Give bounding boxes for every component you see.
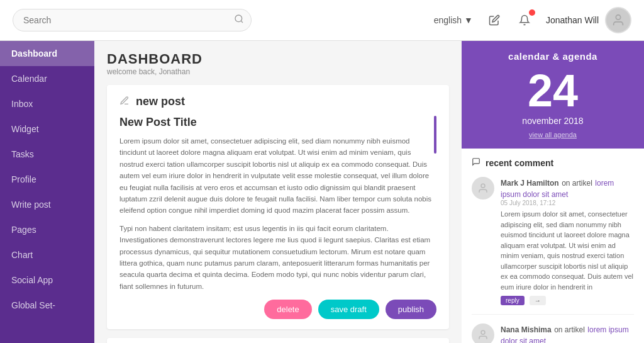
topbar: english ▼ Jonathan Will bbox=[0, 0, 644, 41]
recent-comments: recent comment Mark J Hamilton on artike… bbox=[462, 149, 644, 343]
avatar bbox=[605, 7, 631, 33]
calendar-widget: calendar & agenda 24 november 2018 view … bbox=[462, 41, 644, 149]
topbar-right: english ▼ Jonathan Will bbox=[434, 7, 631, 33]
search-icon bbox=[234, 14, 244, 26]
calendar-day: 24 bbox=[472, 68, 634, 113]
delete-button[interactable]: delete bbox=[264, 300, 311, 319]
post-body-1: Lorem ipsum dolor sit amet, consectetuer… bbox=[119, 135, 436, 216]
view-all-agenda-link[interactable]: view all agenda bbox=[472, 131, 634, 138]
save-draft-button[interactable]: save draft bbox=[318, 300, 379, 319]
svg-point-2 bbox=[616, 15, 620, 20]
new-post-header: new post bbox=[119, 95, 436, 108]
notification-icon-button[interactable] bbox=[516, 11, 533, 29]
comment-reply-button-1[interactable]: reply bbox=[501, 296, 525, 305]
comment-author-name-1: Mark J Hamilton bbox=[501, 179, 559, 188]
sidebar-item-tasks[interactable]: Tasks bbox=[0, 142, 94, 167]
svg-line-1 bbox=[241, 21, 243, 23]
calendar-title: calendar & agenda bbox=[472, 51, 634, 62]
sidebar-item-write-post[interactable]: Write post bbox=[0, 192, 94, 217]
main-layout: Dashboard Calendar Inbox Widget Tasks Pr… bbox=[0, 41, 644, 343]
post-title: New Post Title bbox=[119, 116, 436, 129]
post-content-wrap: New Post Title Lorem ipsum dolor sit ame… bbox=[119, 116, 436, 292]
edit-icon-button[interactable] bbox=[486, 11, 503, 29]
sidebar-item-social-app[interactable]: Social App bbox=[0, 267, 94, 293]
comment-on-text-2: on artikel bbox=[554, 325, 585, 334]
comment-item-2: Nana Mishima on artikel lorem ipsum dolo… bbox=[472, 323, 634, 343]
page-subtitle: welcome back, Jonathan bbox=[107, 67, 449, 76]
middle-panel: DASHBOARD welcome back, Jonathan new pos… bbox=[94, 41, 462, 343]
notification-badge bbox=[529, 9, 535, 16]
comment-item-1: Mark J Hamilton on artikel lorem ipsum d… bbox=[472, 177, 634, 315]
page-title: DASHBOARD bbox=[107, 51, 449, 67]
comment-author-line-1: Mark J Hamilton on artikel lorem ipsum d… bbox=[501, 177, 634, 200]
sidebar-item-widget[interactable]: Widget bbox=[0, 116, 94, 142]
new-post-label: new post bbox=[136, 95, 185, 108]
sidebar-item-calendar[interactable]: Calendar bbox=[0, 66, 94, 91]
publish-button[interactable]: publish bbox=[386, 300, 436, 319]
sidebar-item-pages[interactable]: Pages bbox=[0, 217, 94, 242]
comment-text-1: Lorem ipsum dolor sit amet, consectetuer… bbox=[501, 209, 634, 292]
svg-point-7 bbox=[481, 330, 485, 334]
comment-date-1: 05 July 2018, 17:12 bbox=[501, 200, 634, 206]
comment-author-name-2: Nana Mishima bbox=[501, 325, 552, 334]
comment-body-1: Mark J Hamilton on artikel lorem ipsum d… bbox=[501, 177, 634, 305]
sidebar-item-chart[interactable]: Chart bbox=[0, 242, 94, 267]
post-body-2: Typi non habent claritatem insitam; est … bbox=[119, 223, 436, 292]
calendar-month-year: november 2018 bbox=[472, 116, 634, 126]
user-info[interactable]: Jonathan Will bbox=[546, 7, 631, 33]
search-container bbox=[13, 9, 252, 31]
sidebar-item-profile[interactable]: Profile bbox=[0, 167, 94, 192]
action-buttons: delete save draft publish bbox=[119, 300, 436, 319]
sidebar-item-dashboard[interactable]: Dashboard bbox=[0, 41, 94, 66]
search-input[interactable] bbox=[13, 9, 252, 31]
chevron-down-icon: ▼ bbox=[464, 15, 473, 25]
comment-avatar-1 bbox=[472, 177, 494, 200]
sidebar-item-inbox[interactable]: Inbox bbox=[0, 91, 94, 116]
comment-icon bbox=[472, 157, 480, 168]
comment-on-text-1: on artikel bbox=[562, 179, 592, 188]
svg-point-0 bbox=[235, 15, 242, 22]
edit-pencil-icon bbox=[119, 96, 130, 108]
user-name: Jonathan Will bbox=[546, 15, 599, 25]
recent-comments-title: recent comment bbox=[486, 158, 553, 168]
recent-comments-header: recent comment bbox=[472, 157, 634, 168]
new-post-card: new post New Post Title Lorem ipsum dolo… bbox=[107, 85, 449, 329]
traffic-card: website traffic November bbox=[107, 338, 449, 343]
sidebar-item-global-set[interactable]: Global Set- bbox=[0, 293, 94, 318]
content-area: DASHBOARD welcome back, Jonathan new pos… bbox=[94, 41, 644, 343]
scroll-indicator bbox=[434, 116, 436, 154]
comment-avatar-2 bbox=[472, 323, 494, 343]
comment-arrow-button-1[interactable]: → bbox=[530, 296, 546, 305]
right-panel: calendar & agenda 24 november 2018 view … bbox=[462, 41, 644, 343]
comment-body-2: Nana Mishima on artikel lorem ipsum dolo… bbox=[501, 323, 634, 343]
svg-point-6 bbox=[481, 184, 485, 188]
comment-actions-1: reply → bbox=[501, 296, 634, 305]
sidebar: Dashboard Calendar Inbox Widget Tasks Pr… bbox=[0, 41, 94, 343]
comment-author-line-2: Nana Mishima on artikel lorem ipsum dolo… bbox=[501, 323, 634, 343]
language-selector[interactable]: english ▼ bbox=[434, 15, 473, 25]
